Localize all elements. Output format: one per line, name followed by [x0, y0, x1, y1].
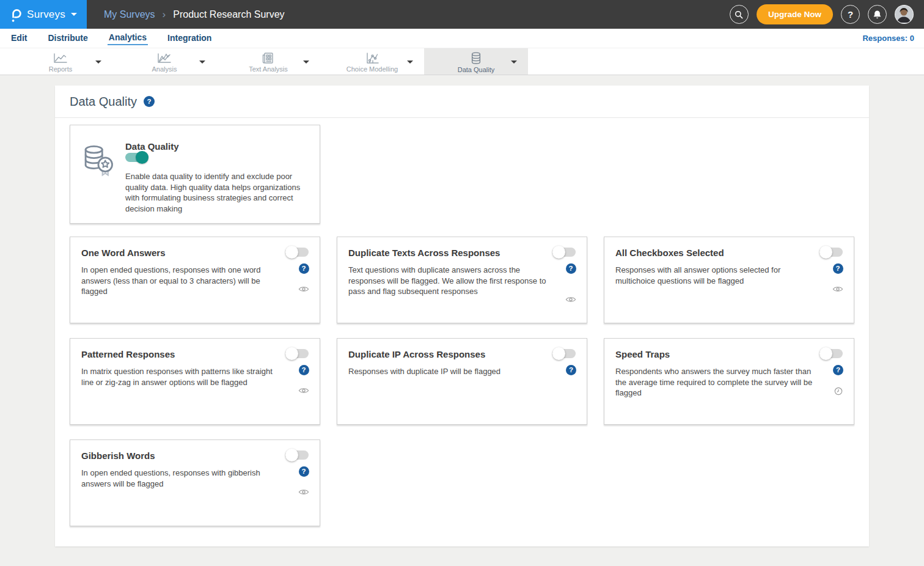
toggle-knob — [285, 449, 298, 461]
analytics-toolbar: Reports Analysis Text Anal — [0, 48, 924, 75]
card-patterned-responses: Patterned Responses In matrix question r… — [70, 338, 320, 425]
nav-edit[interactable]: Edit — [10, 32, 28, 45]
chevron-down-icon — [71, 13, 77, 16]
card-data-quality-master: Data Quality Enable data quality to iden… — [70, 125, 320, 224]
card-title: Duplicate Texts Across Responses — [348, 248, 500, 258]
tab-label: Text Analysis — [249, 65, 288, 73]
card-title: Patterned Responses — [81, 349, 175, 359]
bell-icon — [873, 10, 882, 20]
duplicate-ip-toggle[interactable] — [552, 349, 576, 358]
toggle-knob — [552, 246, 565, 259]
analysis-icon — [156, 52, 172, 64]
panel-header: Data Quality ? — [55, 86, 869, 118]
chevron-down-icon[interactable] — [407, 61, 413, 64]
card-gibberish-words: Gibberish Words In open ended questions,… — [70, 439, 320, 526]
breadcrumb-separator-icon: › — [163, 9, 166, 21]
chevron-down-icon[interactable] — [303, 61, 309, 64]
chevron-down-icon[interactable] — [199, 61, 205, 64]
toggle-knob — [820, 347, 832, 360]
card-title: Gibberish Words — [81, 450, 155, 461]
help-icon[interactable]: ? — [299, 365, 309, 375]
search-button[interactable] — [730, 5, 749, 24]
chevron-down-icon[interactable] — [511, 61, 517, 64]
card-title: All Checkboxes Selected — [615, 248, 724, 258]
card-duplicate-ip: Duplicate IP Across Responses Responses … — [337, 338, 587, 425]
eye-icon[interactable] — [298, 488, 309, 496]
clock-icon[interactable] — [834, 387, 843, 395]
tab-text-analysis[interactable]: Text Analysis — [216, 48, 320, 75]
upgrade-now-button[interactable]: Upgrade Now — [757, 4, 833, 24]
toggle-knob — [136, 151, 148, 164]
page-help-icon[interactable]: ? — [144, 96, 155, 107]
tab-analysis[interactable]: Analysis — [112, 48, 216, 75]
eye-icon[interactable] — [565, 296, 576, 303]
surveys-app-switcher[interactable]: Surveys — [0, 0, 87, 29]
data-quality-badge-icon — [80, 144, 116, 223]
eye-icon[interactable] — [832, 285, 843, 293]
data-quality-toggle[interactable] — [125, 153, 148, 162]
page-title: Data Quality — [70, 95, 137, 109]
tab-label: Analysis — [152, 65, 177, 73]
help-icon[interactable]: ? — [299, 466, 309, 477]
tab-reports[interactable]: Reports — [9, 48, 112, 75]
all-checkboxes-toggle[interactable] — [820, 248, 843, 257]
card-description: In matrix question responses with patter… — [81, 366, 309, 388]
gibberish-words-toggle[interactable] — [285, 450, 309, 460]
question-mark-icon: ? — [848, 9, 853, 20]
breadcrumb: My Surveys › Product Research Survey — [104, 9, 285, 21]
product-name: Surveys — [27, 9, 65, 21]
nav-distribute[interactable]: Distribute — [46, 32, 89, 45]
card-title: One Word Answers — [81, 248, 166, 258]
eye-icon[interactable] — [298, 285, 309, 293]
user-avatar[interactable] — [895, 5, 914, 24]
choice-modelling-icon — [365, 52, 380, 64]
help-icon[interactable]: ? — [299, 263, 309, 274]
master-card-title: Data Quality — [125, 141, 309, 152]
card-one-word-answers: One Word Answers In open ended questions… — [70, 237, 320, 323]
card-description: Respondents who answers the survey much … — [615, 366, 843, 399]
help-icon[interactable]: ? — [833, 365, 843, 375]
card-title: Duplicate IP Across Responses — [348, 349, 485, 359]
nav-integration[interactable]: Integration — [166, 32, 213, 45]
help-icon[interactable]: ? — [833, 263, 843, 274]
tab-label: Choice Modelling — [346, 65, 398, 73]
card-description: Responses with all answer options select… — [615, 265, 843, 286]
card-description: Text questions with duplicate answers ac… — [348, 265, 576, 297]
toggle-knob — [820, 246, 832, 259]
nav-analytics[interactable]: Analytics — [108, 31, 148, 45]
survey-nav: Edit Distribute Analytics Integration Re… — [0, 29, 924, 48]
card-speed-traps: Speed Traps Respondents who answers the … — [604, 338, 854, 425]
card-description: Responses with duplicate IP will be flag… — [348, 366, 576, 377]
search-icon — [734, 10, 744, 20]
help-button[interactable]: ? — [841, 5, 860, 24]
card-duplicate-texts: Duplicate Texts Across Responses Text qu… — [337, 237, 587, 323]
patterned-responses-toggle[interactable] — [285, 349, 309, 358]
notifications-button[interactable] — [868, 5, 887, 24]
data-quality-panel: Data Quality ? Data Quality — [55, 86, 869, 546]
tab-label: Reports — [49, 65, 73, 73]
top-bar: Surveys My Surveys › Product Research Su… — [0, 0, 924, 29]
questionpro-logo-icon — [10, 6, 21, 23]
help-icon[interactable]: ? — [566, 263, 576, 274]
tab-data-quality[interactable]: Data Quality — [424, 48, 528, 75]
toggle-knob — [285, 246, 298, 259]
data-quality-icon — [469, 51, 483, 65]
eye-icon[interactable] — [298, 387, 309, 394]
card-description: In open ended questions, responses with … — [81, 468, 309, 489]
chevron-down-icon[interactable] — [95, 61, 101, 64]
duplicate-texts-toggle[interactable] — [552, 248, 576, 257]
breadcrumb-my-surveys[interactable]: My Surveys — [104, 9, 155, 20]
text-analysis-icon — [262, 52, 275, 64]
tab-choice-modelling[interactable]: Choice Modelling — [320, 48, 424, 75]
responses-count[interactable]: Responses: 0 — [862, 34, 914, 43]
help-icon[interactable]: ? — [566, 365, 576, 375]
toggle-knob — [552, 347, 565, 360]
avatar-photo — [895, 6, 912, 23]
card-description: In open ended questions, responses with … — [81, 265, 309, 297]
breadcrumb-current-survey: Product Research Survey — [173, 9, 284, 20]
master-card-description: Enable data quality to identify and excl… — [125, 171, 304, 214]
speed-traps-toggle[interactable] — [820, 349, 843, 358]
toggle-knob — [285, 347, 298, 360]
card-title: Speed Traps — [615, 349, 670, 359]
one-word-answers-toggle[interactable] — [285, 248, 309, 257]
